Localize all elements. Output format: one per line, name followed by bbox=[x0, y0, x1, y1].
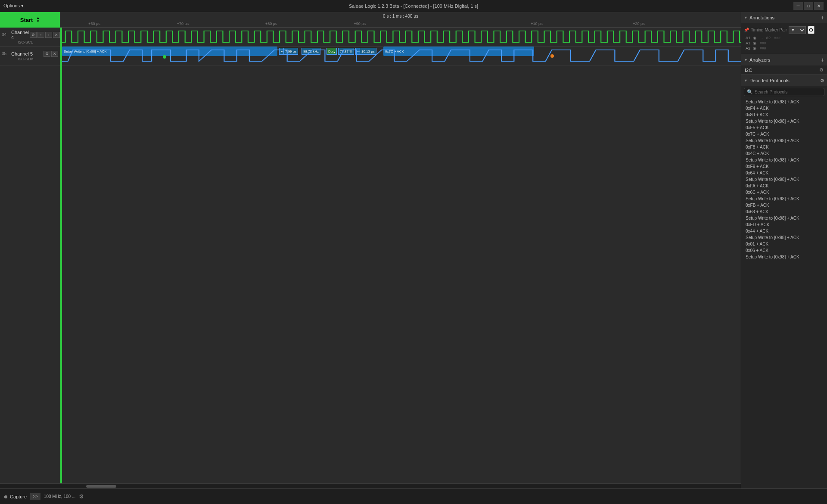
channel-4-sub: I2C-SCL bbox=[18, 40, 33, 44]
marker-a2-value: A2 ◉ ### bbox=[744, 46, 824, 50]
a1-arrow: → bbox=[760, 36, 763, 40]
channel-5-close[interactable]: ✕ bbox=[51, 51, 58, 57]
decoded-triangle: ▼ bbox=[744, 78, 748, 83]
green-marker bbox=[163, 55, 166, 59]
protocol-list-item[interactable]: Setup Write to [0x98] + ACK bbox=[741, 137, 827, 144]
protocol-label-1: Setup Write to [0x98] + ACK bbox=[64, 50, 107, 53]
restore-button[interactable]: □ bbox=[804, 2, 813, 10]
main-layout: Start ▲ ▼ +60 μs +70 μs +80 μs +90 μs 0 … bbox=[0, 12, 827, 488]
timing-marker-label: Timing Marker Pair bbox=[751, 28, 787, 32]
protocol-list-item[interactable]: 0xFA + ACK bbox=[741, 183, 827, 189]
scroll-thumb[interactable] bbox=[86, 485, 116, 488]
protocol-list-item[interactable]: 0x68 + ACK bbox=[741, 208, 827, 215]
protocol-list-item[interactable]: 0x01 + ACK bbox=[741, 241, 827, 247]
protocol-bar-2: 0x7C + ACK bbox=[383, 47, 534, 56]
channel-5-num: 05 bbox=[2, 51, 9, 56]
bottom-bar: ⏺ Capture >> 100 MHz, 100 ... ⚙ bbox=[0, 488, 827, 504]
protocol-list-item[interactable]: 0x7C + ACK bbox=[741, 131, 827, 137]
a1-radio: ◉ bbox=[753, 41, 756, 45]
annotation-content: 📌 Timing Marker Pair ▼ ⚙ A1 ◉ → A2 ### bbox=[741, 23, 827, 54]
capture-label: Capture bbox=[10, 494, 27, 499]
analyzers-add-button[interactable]: + bbox=[821, 57, 824, 63]
protocol-list-item[interactable]: 0x4C + ACK bbox=[741, 150, 827, 157]
duty-badge: Duty bbox=[326, 48, 337, 55]
search-input[interactable] bbox=[755, 90, 821, 94]
annotations-triangle: ▼ bbox=[744, 16, 748, 20]
trigger-line bbox=[60, 28, 62, 483]
ruler-center: 0 s : 1 ms : 400 μs bbox=[383, 14, 418, 19]
protocol-list-item[interactable]: Setup Write to [0x98] + ACK bbox=[741, 176, 827, 183]
minimize-button[interactable]: ─ bbox=[793, 2, 803, 10]
settings-gear-button[interactable]: ⚙ bbox=[79, 493, 84, 500]
analyzers-title: Analyzers bbox=[749, 57, 770, 62]
channel-4-down[interactable]: ↓ bbox=[45, 32, 52, 38]
a1-check: ◉ bbox=[753, 36, 756, 40]
channel-4-name: Channel 4 bbox=[11, 30, 29, 40]
protocol-list-item[interactable]: 0xF5 + ACK bbox=[741, 124, 827, 131]
analyzers-header: ▼ Analyzers + bbox=[741, 54, 827, 65]
start-button[interactable]: Start ▲ ▼ bbox=[0, 12, 60, 28]
channel-4-controls[interactable]: ⚙ ↑ ↓ ✕ bbox=[30, 32, 60, 38]
start-label: Start bbox=[20, 17, 33, 23]
timing-gear-button[interactable]: ⚙ bbox=[808, 26, 815, 34]
protocol-list-item[interactable]: 0xFD + ACK bbox=[741, 221, 827, 228]
channel-4-label: 04 Channel 4 ⚙ ↑ ↓ ✕ I2C-SCL bbox=[0, 28, 60, 47]
protocol-list[interactable]: Setup Write to [0x98] + ACK0xF4 + ACK0x8… bbox=[741, 98, 827, 488]
measure-time: 10.13 μs bbox=[360, 48, 376, 55]
timing-marker-row: 📌 Timing Marker Pair ▼ ⚙ bbox=[744, 26, 824, 34]
protocol-list-item[interactable]: Setup Write to [0x98] + ACK bbox=[741, 157, 827, 163]
protocol-list-item[interactable]: 0x06 + ACK bbox=[741, 247, 827, 254]
protocol-list-item[interactable]: 0xF4 + ACK bbox=[741, 105, 827, 112]
meas-freq: 7.99 μs bbox=[285, 50, 296, 53]
a2-v-label: A2 bbox=[746, 46, 750, 50]
channel-labels: 04 Channel 4 ⚙ ↑ ↓ ✕ I2C-SCL bbox=[0, 28, 60, 483]
i2c-gear[interactable]: ⚙ bbox=[819, 67, 824, 73]
channel-4-svg bbox=[60, 28, 741, 46]
protocol-list-item[interactable]: Setup Write to [0x98] + ACK bbox=[741, 234, 827, 241]
decoded-gear-button[interactable]: ⚙ bbox=[820, 78, 824, 84]
annotations-add-button[interactable]: + bbox=[821, 15, 824, 21]
marker-a1-row: A1 ◉ → A2 ### bbox=[744, 36, 824, 40]
protocol-list-item[interactable]: Setup Write to [0x98] + ACK bbox=[741, 118, 827, 124]
protocol-list-item[interactable]: 0xF8 + ACK bbox=[741, 144, 827, 150]
protocol-list-item[interactable]: Setup Write to [0x98] + ACK bbox=[741, 215, 827, 221]
search-icon: 🔍 bbox=[747, 89, 753, 95]
a1-v-hash: ### bbox=[760, 41, 766, 45]
protocol-list-item[interactable]: 0x44 + ACK bbox=[741, 228, 827, 234]
channel-4-up[interactable]: ↑ bbox=[37, 32, 44, 38]
protocol-list-item[interactable]: 0xF9 + ACK bbox=[741, 163, 827, 170]
waveform-canvas[interactable]: Setup Write to [0x98] + ACK ↔ 7.99 μs 98… bbox=[60, 28, 741, 483]
measurement-khz: 98.72 kHz bbox=[302, 48, 320, 55]
start-arrows: ▲ ▼ bbox=[36, 16, 40, 23]
analyzer-i2c: I2C ⚙ bbox=[741, 65, 827, 75]
horizontal-scrollbar[interactable] bbox=[0, 483, 741, 488]
channel-5-controls[interactable]: ⚙ ✕ bbox=[44, 51, 58, 57]
protocol-list-item[interactable]: Setup Write to [0x98] + ACK bbox=[741, 196, 827, 202]
protocol-list-item[interactable]: Setup Write to [0x98] + ACK bbox=[741, 99, 827, 105]
a1-label: A1 bbox=[746, 36, 750, 40]
channel-5-sub: I2C-SDA bbox=[18, 57, 34, 61]
channel-4-gear[interactable]: ⚙ bbox=[30, 32, 37, 38]
capture-button[interactable]: ⏺ Capture bbox=[3, 494, 27, 499]
protocol-list-item[interactable]: Setup Write to [0x98] + ACK bbox=[741, 254, 827, 260]
protocol-list-item[interactable]: 0x6C + ACK bbox=[741, 189, 827, 196]
close-button[interactable]: ✕ bbox=[814, 2, 824, 10]
window-title: Saleae Logic 1.2.3 Beta - [Connected] - … bbox=[349, 3, 478, 9]
waveform-area: Start ▲ ▼ +60 μs +70 μs +80 μs +90 μs 0 … bbox=[0, 12, 741, 488]
analyzers-section: ▼ Analyzers + I2C ⚙ bbox=[741, 54, 827, 75]
ruler-tick-4: +90 μs bbox=[354, 22, 365, 26]
right-panel: ▼ Annotations + 📌 Timing Marker Pair ▼ ⚙… bbox=[741, 12, 827, 488]
annotations-section: ▼ Annotations + 📌 Timing Marker Pair ▼ ⚙… bbox=[741, 12, 827, 54]
options-button[interactable]: Options ▾ bbox=[3, 3, 24, 9]
timing-marker-select[interactable]: ▼ bbox=[789, 26, 806, 34]
protocol-list-item[interactable]: 0x80 + ACK bbox=[741, 112, 827, 118]
channel-5-label: 05 Channel 5 ⚙ ✕ I2C-SDA bbox=[0, 47, 60, 65]
protocol-list-item[interactable]: 0x64 + ACK bbox=[741, 170, 827, 176]
pin-icon: 📌 bbox=[744, 28, 749, 32]
decoded-protocols-section: ▼ Decoded Protocols ⚙ 🔍 Setup Write to [… bbox=[741, 75, 827, 488]
channel-5-gear[interactable]: ⚙ bbox=[44, 51, 50, 57]
channel-4-close[interactable]: ✕ bbox=[53, 32, 60, 38]
expand-button[interactable]: >> bbox=[30, 493, 40, 500]
orange-marker bbox=[550, 54, 554, 58]
protocol-list-item[interactable]: 0xFB + ACK bbox=[741, 202, 827, 208]
